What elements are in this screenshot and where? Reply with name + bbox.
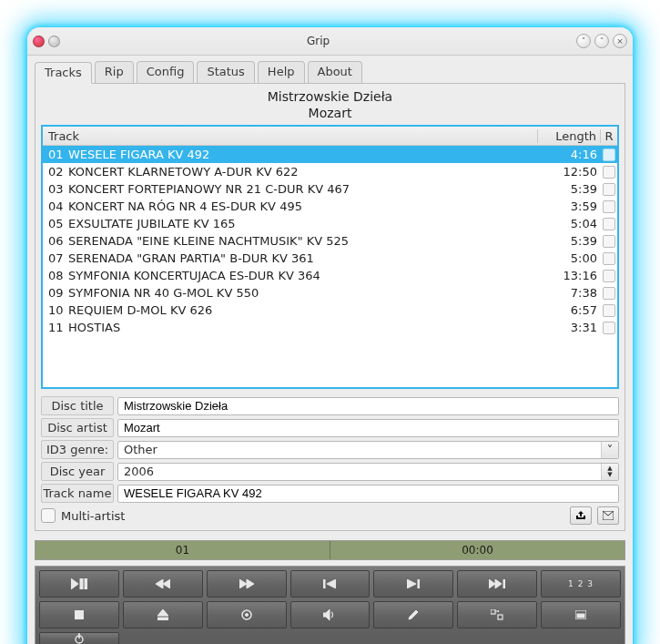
track-number: 10: [48, 303, 68, 317]
record-button[interactable]: [207, 601, 287, 629]
track-title: WESELE FIGARA KV 492: [68, 148, 209, 161]
volume-button[interactable]: [290, 601, 371, 629]
svg-rect-7: [157, 618, 168, 620]
rewind-icon: [156, 579, 170, 588]
mail-button[interactable]: [597, 506, 619, 525]
track-title: SERENADA "GRAN PARTIA" B-DUR KV 361: [68, 251, 314, 265]
table-row[interactable]: 11HOSTIAS3:31: [43, 319, 617, 336]
track-cell: 09SYMFONIA NR 40 G-MOL KV 550: [43, 286, 539, 300]
track-length: 3:59: [539, 199, 601, 213]
prev-track-button[interactable]: [290, 570, 371, 598]
track-rip-cell: [601, 287, 617, 300]
tab-help[interactable]: Help: [258, 61, 305, 83]
cddb-submit-button[interactable]: [570, 506, 592, 525]
track-rip-cell: [601, 252, 617, 265]
rip-checkbox[interactable]: [603, 252, 615, 265]
disc-title-input[interactable]: [117, 397, 619, 415]
table-row[interactable]: 10REQUIEM D-MOL KV 6266:57: [43, 302, 617, 319]
track-length: 4:16: [539, 148, 601, 161]
rip-checkbox[interactable]: [603, 287, 615, 300]
table-row[interactable]: 03KONCERT FORTEPIANOWY NR 21 C-DUR KV 46…: [43, 180, 617, 198]
rip-checkbox[interactable]: [603, 322, 615, 334]
table-row[interactable]: 01WESELE FIGARA KV 4924:16: [43, 146, 617, 163]
track-rip-cell: [601, 322, 617, 334]
shuffle-button[interactable]: [457, 601, 537, 629]
window-close-button[interactable]: [33, 36, 45, 47]
skip-end-icon: [489, 579, 505, 588]
play-pause-button[interactable]: [39, 570, 119, 598]
track-number: 05: [48, 217, 68, 230]
track-rip-cell: [601, 166, 617, 179]
window-maximize-button[interactable]: ˄: [594, 34, 609, 48]
skip-end-button[interactable]: [457, 570, 537, 598]
tab-about[interactable]: About: [308, 61, 362, 83]
tab-tracks[interactable]: Tracks: [35, 62, 92, 84]
rip-checkbox[interactable]: [603, 235, 615, 248]
stop-icon: [75, 610, 84, 619]
window-minimize-button[interactable]: ˅: [576, 34, 591, 48]
spin-buttons[interactable]: ▲▼: [601, 464, 618, 480]
power-button[interactable]: [39, 632, 119, 644]
compact-button[interactable]: [541, 601, 621, 629]
abc-icon: 1 2 3: [568, 579, 594, 588]
chevron-down-icon: ˅: [601, 442, 618, 458]
svg-rect-3: [323, 579, 325, 588]
label-disc-title: Disc title: [41, 396, 114, 415]
stop-button[interactable]: [39, 601, 119, 629]
rip-checkbox[interactable]: [603, 200, 615, 213]
disc-year-spin[interactable]: 2006 ▲▼: [117, 463, 619, 481]
window-close-button-right[interactable]: ×: [613, 34, 627, 48]
eject-button[interactable]: [123, 601, 203, 629]
multi-artist-row: Multi-artist: [41, 506, 619, 525]
rip-checkbox[interactable]: [603, 166, 615, 179]
shuffle-icon: [491, 609, 503, 620]
table-row[interactable]: 05EXSULTATE JUBILATE KV 1655:04: [43, 215, 617, 232]
svg-rect-2: [85, 578, 87, 589]
volume-icon: [323, 609, 336, 620]
tab-status[interactable]: Status: [197, 61, 254, 83]
disc-artist-input[interactable]: [117, 419, 619, 437]
rip-checkbox[interactable]: [603, 218, 615, 230]
power-icon: [74, 633, 85, 644]
track-number: 03: [48, 182, 68, 196]
svg-point-9: [245, 614, 248, 617]
table-row[interactable]: 02KONCERT KLARNETOWY A-DUR KV 62212:50: [43, 163, 617, 180]
track-title: SYMFONIA KONCERTUJACA ES-DUR KV 364: [68, 269, 320, 282]
track-cell: 01WESELE FIGARA KV 492: [43, 148, 539, 161]
tab-config[interactable]: Config: [137, 61, 195, 83]
client-area: Tracks Rip Config Status Help About Mist…: [27, 56, 633, 644]
table-row[interactable]: 07SERENADA "GRAN PARTIA" B-DUR KV 3615:0…: [43, 250, 617, 267]
track-title: KONCERT NA RÓG NR 4 ES-DUR KV 495: [68, 199, 302, 213]
rip-checkbox[interactable]: [603, 183, 615, 196]
table-row[interactable]: 09SYMFONIA NR 40 G-MOL KV 5507:38: [43, 284, 617, 302]
col-header-track[interactable]: Track: [43, 129, 538, 143]
forward-button[interactable]: [207, 570, 287, 598]
track-rip-cell: [601, 235, 617, 248]
toggle-display-button[interactable]: 1 2 3: [541, 570, 621, 598]
table-row[interactable]: 08SYMFONIA KONCERTUJACA ES-DUR KV 36413:…: [43, 267, 617, 284]
rip-checkbox[interactable]: [603, 270, 615, 282]
svg-rect-5: [503, 579, 505, 588]
multi-artist-checkbox[interactable]: [41, 508, 56, 523]
next-track-button[interactable]: [373, 570, 453, 598]
col-header-rip[interactable]: R: [601, 129, 617, 143]
rip-checkbox[interactable]: [603, 304, 615, 317]
track-length: 13:16: [539, 269, 601, 282]
rewind-button[interactable]: [123, 570, 203, 598]
tab-rip[interactable]: Rip: [95, 61, 134, 83]
track-list[interactable]: Track Length R 01WESELE FIGARA KV 4924:1…: [41, 125, 619, 389]
edit-button[interactable]: [373, 601, 453, 629]
rip-checkbox[interactable]: [603, 148, 615, 161]
table-row[interactable]: 04KONCERT NA RÓG NR 4 ES-DUR KV 4953:59: [43, 198, 617, 215]
window: Grip ˅ ˄ × Tracks Rip Config Status Help…: [27, 27, 633, 644]
id3-genre-combo[interactable]: Other ˅: [117, 441, 619, 459]
play-pause-icon: [71, 578, 87, 589]
window-menu-button[interactable]: [48, 36, 60, 47]
col-header-length[interactable]: Length: [538, 129, 601, 143]
track-title: KONCERT FORTEPIANOWY NR 21 C-DUR KV 467: [68, 182, 350, 196]
track-cell: 08SYMFONIA KONCERTUJACA ES-DUR KV 364: [43, 269, 539, 282]
track-name-input[interactable]: [117, 485, 619, 503]
label-id3-genre: ID3 genre:: [41, 440, 114, 459]
svg-rect-11: [498, 615, 503, 619]
table-row[interactable]: 06SERENADA "EINE KLEINE NACHTMUSIK" KV 5…: [43, 232, 617, 250]
